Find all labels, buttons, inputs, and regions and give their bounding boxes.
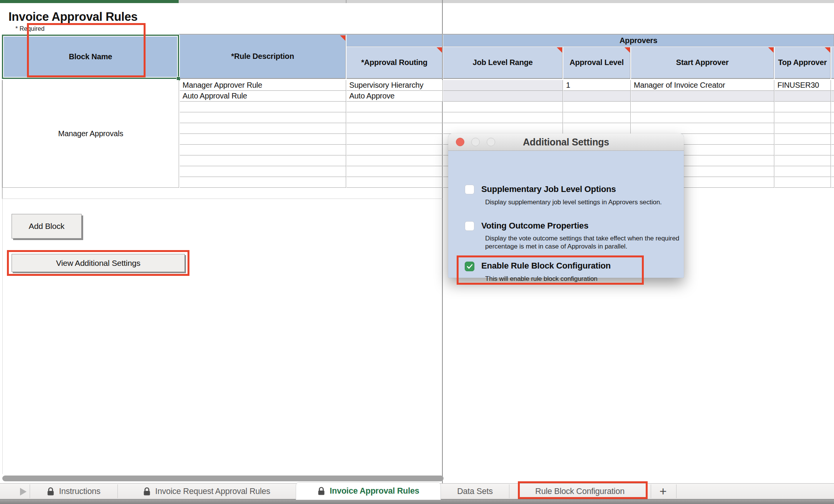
cell-block-name-value[interactable]: Manager Approvals — [2, 80, 179, 188]
header-band-empty[interactable] — [347, 35, 442, 47]
grid-bottom-faint-line — [2, 199, 442, 199]
cell-approval-routing-2[interactable]: Auto Approve — [347, 91, 442, 101]
annotation-rect-rule-block-tab — [518, 481, 648, 499]
cell-approval-routing-1[interactable]: Supervisory Hierarchy — [347, 80, 442, 90]
cell-approval-level-1[interactable]: 1 — [563, 80, 630, 90]
tab-separator — [676, 484, 677, 498]
tab-data-sets[interactable]: Data Sets — [441, 484, 509, 499]
selected-columns-strip — [0, 0, 179, 3]
option-description: Display the vote outcome settings that t… — [485, 234, 691, 250]
option-label: Supplementary Job Level Options — [481, 184, 616, 194]
cell-rule-description-1[interactable]: Manager Approver Rule — [180, 80, 346, 90]
column-top-approver[interactable]: FINUSER30 — [775, 80, 831, 188]
comment-marker-icon — [825, 47, 830, 53]
column-approval-routing[interactable]: Supervisory Hierarchy Auto Approve — [347, 80, 443, 188]
option-label: Enable Rule Block Configuration — [481, 261, 611, 271]
comment-marker-icon — [768, 47, 774, 53]
tab-label: Instructions — [59, 487, 100, 496]
option-label: Voting Outcome Properties — [481, 221, 588, 231]
add-sheet-button[interactable]: + — [652, 484, 674, 499]
view-additional-settings-label: View Additional Settings — [56, 259, 141, 268]
header-job-level-range[interactable]: Job Level Range — [443, 47, 563, 79]
tab-instructions[interactable]: Instructions — [30, 484, 117, 499]
header-top-approver-label: Top Approver — [778, 58, 827, 67]
tab-invoice-approval-rules-active[interactable]: Invoice Approval Rules — [296, 482, 441, 500]
header-approvers-group[interactable]: Approvers — [443, 35, 834, 47]
header-overflow-sliver — [831, 47, 834, 79]
cell-job-level-range-1[interactable] — [443, 80, 563, 90]
header-approval-routing[interactable]: *Approval Routing — [347, 47, 442, 79]
option-description: Display supplementary job level settings… — [485, 198, 685, 206]
comment-marker-icon — [557, 47, 562, 53]
cell-start-approver-2[interactable] — [631, 91, 774, 101]
cell-rule-description-2[interactable]: Auto Approval Rule — [180, 91, 346, 101]
column-strip-separator — [346, 0, 347, 3]
header-approval-level[interactable]: Approval Level — [563, 47, 630, 79]
tab-invoice-request-approval-rules[interactable]: Invoice Request Approval Rules — [117, 484, 296, 499]
column-overflow-sliver — [831, 80, 834, 188]
left-page-boundary — [2, 199, 3, 474]
checkbox-enable-rule-block[interactable] — [465, 262, 474, 271]
page-title: Invoice Approval Rules — [8, 10, 137, 24]
header-start-approver-label: Start Approver — [676, 58, 729, 67]
lock-icon — [143, 487, 151, 496]
annotation-rect-block-name — [27, 23, 146, 77]
tab-separator — [651, 484, 651, 498]
dialog-body: Supplementary Job Level Options Display … — [448, 151, 684, 278]
plus-icon: + — [660, 484, 667, 499]
lock-icon — [47, 487, 55, 496]
header-rule-description[interactable]: *Rule Description — [180, 35, 346, 79]
grid-edge-stub — [2, 188, 3, 199]
block-name-value-label: Manager Approvals — [58, 129, 123, 138]
option-description: This will enable rule block configuratio… — [485, 275, 685, 283]
cell-job-level-range-2[interactable] — [443, 91, 563, 101]
checkbox-voting-outcome[interactable] — [465, 221, 474, 231]
tab-label: Data Sets — [457, 487, 493, 496]
lock-icon — [317, 487, 325, 496]
checkbox-supplementary-job-level[interactable] — [465, 185, 474, 194]
horizontal-scrollbar-thumb[interactable] — [2, 476, 444, 481]
header-start-approver[interactable]: Start Approver — [631, 47, 774, 79]
close-icon[interactable] — [456, 138, 464, 146]
view-additional-settings-button[interactable]: View Additional Settings — [12, 254, 185, 272]
cell-top-approver-1[interactable]: FINUSER30 — [775, 80, 831, 90]
cell-top-approver-2[interactable] — [775, 91, 831, 101]
cell-start-approver-1[interactable]: Manager of Invoice Creator — [631, 80, 774, 90]
add-block-label: Add Block — [29, 222, 65, 231]
header-rule-description-label: *Rule Description — [231, 52, 294, 61]
header-approval-routing-label: *Approval Routing — [361, 58, 427, 67]
header-approval-level-label: Approval Level — [569, 58, 624, 67]
comment-marker-icon — [340, 35, 345, 41]
cell-approval-level-2[interactable] — [563, 91, 630, 101]
column-header-strip — [179, 0, 834, 3]
tab-label: Invoice Request Approval Rules — [155, 487, 270, 496]
tab-label: Invoice Approval Rules — [330, 486, 419, 496]
cell-sliver-2 — [831, 91, 834, 101]
zoom-icon[interactable] — [487, 138, 495, 146]
header-top-approver[interactable]: Top Approver — [775, 47, 831, 79]
add-block-button[interactable]: Add Block — [12, 214, 82, 239]
dialog-titlebar[interactable]: Additional Settings — [448, 134, 684, 151]
comment-marker-icon — [437, 47, 442, 53]
annotation-rect-view-settings: View Additional Settings — [7, 250, 189, 276]
header-approvers-label: Approvers — [620, 36, 657, 45]
header-job-level-range-label: Job Level Range — [473, 58, 533, 67]
checkmark-icon — [467, 264, 473, 269]
sheet-nav-right-icon[interactable] — [20, 488, 27, 496]
comment-marker-icon — [625, 47, 630, 53]
additional-settings-dialog: Additional Settings Supplementary Job Le… — [448, 134, 684, 278]
column-rule-description[interactable]: Manager Approver Rule Auto Approval Rule — [180, 80, 346, 188]
dialog-title: Additional Settings — [523, 137, 609, 148]
sheet-tab-bar: Instructions Invoice Request Approval Ru… — [0, 483, 834, 499]
minimize-icon[interactable] — [471, 138, 480, 146]
